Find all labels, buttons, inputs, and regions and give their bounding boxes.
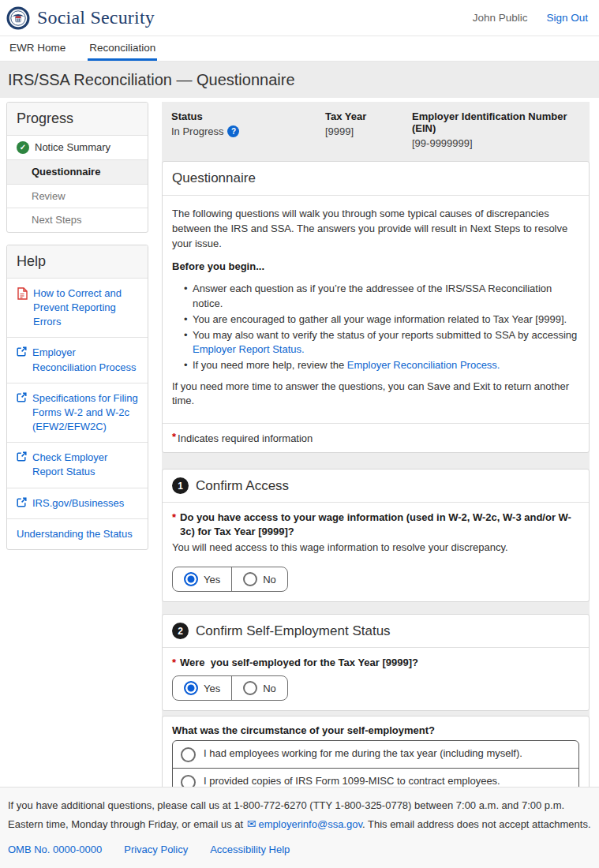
help-link: Check Employer Report Status [32,451,138,479]
status-value: In Progress? [171,125,325,137]
external-link-icon [17,346,27,374]
section-card-confirm-self-employment-status: 2Confirm Self-Employment Status*Were you… [162,614,590,711]
progress-item-label: Next Steps [32,214,82,226]
nav-tab-ewr-home[interactable]: EWR Home [8,36,67,61]
nav-tab-reconciliation[interactable]: Reconciliation [88,36,157,61]
nav-tabs: EWR HomeReconciliation [0,36,599,62]
bullet-link[interactable]: Employer Report Status. [193,343,305,355]
progress-item-label: Questionnaire [32,166,100,178]
external-link-icon [17,497,27,511]
section-header: 1Confirm Access [163,470,589,503]
help-icon[interactable]: ? [227,125,239,137]
required-asterisk: * [172,431,176,443]
intro-bullet: Answer each question as if you’re the ad… [193,282,579,310]
radio-selected-icon [184,572,198,586]
app-header: Social Security John Public Sign Out [0,0,599,36]
help-item-employer-reconciliation-process[interactable]: Employer Reconciliation Process [7,337,148,382]
ssa-seal-logo [6,6,30,30]
radio-option-label: No [263,683,276,694]
section-question: *Were you self-employed for the Tax Year… [172,656,579,670]
page-title: IRS/SSA Reconciliation — Questionnaire [8,71,295,89]
bullet-link[interactable]: Employer Reconciliation Process. [347,359,500,371]
footer-link-accessibility-help[interactable]: Accessibility Help [210,840,290,859]
footer-link-privacy-policy[interactable]: Privacy Policy [124,840,188,859]
help-link: Specifications for Filing Forms W-2 and … [32,391,138,435]
section-header: 2Confirm Self-Employment Status [163,615,589,648]
user-name: John Public [473,12,528,24]
help-item-irs-gov-businesses[interactable]: IRS.gov/Businesses [7,488,148,518]
bullet-text: If you need more help, review the [193,359,347,371]
radio-option-label: Yes [204,683,220,694]
status-label: Status [171,110,325,122]
questionnaire-intro: The following questions will walk you th… [172,207,579,252]
progress-item-questionnaire[interactable]: Questionnaire [7,159,148,184]
help-item-specifications-for-filing-forms-w-2-and-w-2c-efw2-efw2c[interactable]: Specifications for Filing Forms W-2 and … [7,383,148,443]
progress-item-next-steps: Next Steps [7,208,148,232]
intro-bullet: You are encouraged to gather all your wa… [193,312,579,327]
bullet-text: Answer each question as if you’re the ad… [193,282,552,309]
intro-bullet: If you need more help, review the Employ… [193,358,579,372]
radio-option-label: Yes [204,574,220,586]
circumstance-question: What was the circumstance of your self-e… [172,724,579,736]
status-value: [9999] [325,125,412,137]
help-title: Help [7,245,148,278]
question-text: Do you have access to your wage informat… [180,511,571,537]
section-card-confirm-access: 1Confirm Access*Do you have access to yo… [162,469,590,602]
help-item-check-employer-report-status[interactable]: Check Employer Report Status [7,442,148,487]
progress-item-label: Notice Summary [35,141,110,154]
intro-bullet-list: Answer each question as if you’re the ad… [172,282,579,372]
questionnaire-title: Questionnaire [163,162,589,196]
page-title-band: IRS/SSA Reconciliation — Questionnaire [0,62,599,98]
status-label: Employer Identification Number (EIN) [412,110,580,134]
save-exit-note: If you need more time to answer the ques… [172,380,579,410]
radio-option-no[interactable]: No [231,676,287,700]
progress-item-notice-summary[interactable]: ✓Notice Summary [7,135,148,159]
status-value-text: In Progress [171,125,223,137]
help-item-how-to-correct-and-prevent-reporting-errors[interactable]: How to Correct and Prevent Reporting Err… [7,278,148,338]
status-label: Tax Year [325,110,412,122]
footer-contact-text: If you have additional questions, please… [8,796,591,835]
help-link: Understanding the Status [17,527,133,541]
status-bar: StatusIn Progress?Tax Year[9999]Employer… [162,102,590,156]
radio-option-yes[interactable]: Yes [173,676,231,700]
circumstance-option[interactable]: I had employees working for me during th… [173,741,578,768]
footer-text: . This email address does not accept att… [362,818,591,830]
status-col-employer-identification-number-ein: Employer Identification Number (EIN)[99-… [412,110,580,149]
footer-link-omb-no-0000-0000[interactable]: OMB No. 0000-0000 [8,840,102,859]
help-link: How to Correct and Prevent Reporting Err… [33,286,138,330]
section-question: *Do you have access to your wage informa… [172,511,579,539]
progress-item-label: Review [32,190,66,203]
progress-title: Progress [7,103,148,135]
section-body: *Do you have access to your wage informa… [163,503,589,601]
radio-icon [243,681,257,695]
status-value: [99-9999999] [412,137,580,149]
progress-list: ✓Notice SummaryQuestionnaireReviewNext S… [7,135,148,232]
section-number-badge: 1 [172,477,189,494]
circumstance-option-label: I had employees working for me during th… [204,746,522,761]
required-asterisk: * [172,511,176,525]
before-you-begin-heading: Before you begin... [172,260,579,275]
brand: Social Security [6,6,155,30]
intro-bullet: You may also want to verify the status o… [193,328,579,357]
external-link-icon [17,451,27,479]
radio-option-label: No [263,574,276,586]
help-item-understanding-the-status[interactable]: Understanding the Status [7,518,148,549]
radio-icon [243,572,257,586]
question-text: Were you self-employed for the Tax Year … [180,657,418,668]
footer-email-link[interactable]: employerinfo@ssa.gov [259,818,362,830]
sign-out-link[interactable]: Sign Out [546,12,588,24]
help-list: How to Correct and Prevent Reporting Err… [7,278,148,549]
progress-item-review: Review [7,184,148,208]
required-info-note: *Indicates required information [163,423,589,452]
progress-panel: Progress ✓Notice SummaryQuestionnaireRev… [6,102,148,233]
radio-option-yes[interactable]: Yes [173,567,231,591]
radio-option-no[interactable]: No [231,567,287,591]
help-link: Employer Reconciliation Process [32,346,138,374]
yes-no-radio-group: YesNo [172,675,288,701]
sidebar: Progress ✓Notice SummaryQuestionnaireRev… [6,102,148,550]
footer-links: OMB No. 0000-0000Privacy PolicyAccessibi… [8,840,591,859]
main-column: StatusIn Progress?Tax Year[9999]Employer… [162,102,590,868]
radio-selected-icon [184,681,198,695]
bullet-text: You are encouraged to gather all your wa… [193,313,567,325]
required-asterisk: * [172,656,176,670]
